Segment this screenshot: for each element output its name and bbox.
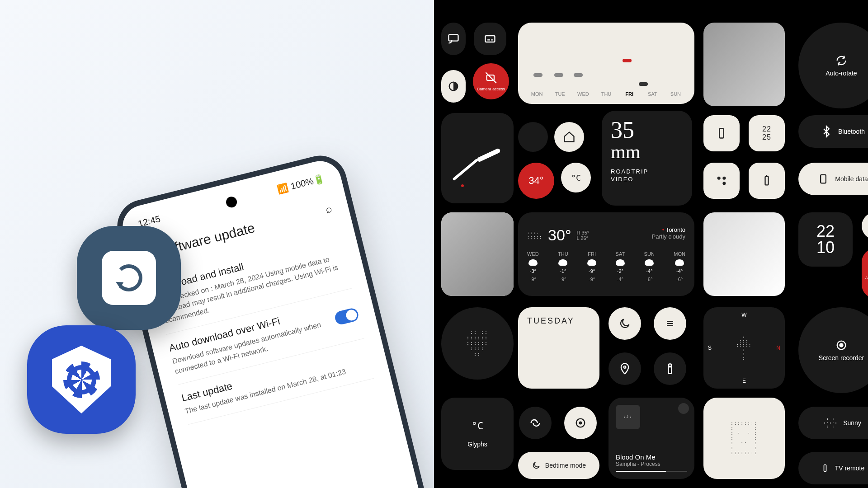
- camera-access-tile[interactable]: Camera access: [473, 63, 509, 99]
- compass-n: N: [776, 345, 780, 351]
- calendar-day-row: MONTUEWEDTHUFRISATSUN: [525, 91, 687, 97]
- temp-value: 34°: [528, 175, 543, 187]
- lens-line1: ROADTRIP: [611, 168, 648, 175]
- svg-rect-24: [824, 465, 826, 472]
- svg-point-19: [670, 366, 670, 367]
- moon-icon: [618, 317, 631, 330]
- loop-tile[interactable]: [519, 407, 552, 439]
- gear-icon: [67, 365, 96, 394]
- clock-minute-hand: [452, 159, 478, 181]
- svg-point-9: [722, 182, 726, 185]
- tile-label: Sunny: [843, 419, 861, 427]
- digital-clock-small[interactable]: 22 25: [749, 115, 785, 151]
- photo-placeholder: [703, 212, 785, 296]
- svg-point-17: [624, 366, 626, 368]
- clock-hours: 22: [762, 125, 771, 133]
- tv-remote-tile[interactable]: TV remote: [798, 452, 868, 484]
- temp-unit-icon: °C: [472, 420, 484, 432]
- battery-tile[interactable]: [749, 163, 785, 199]
- weather-small-tile[interactable]: : ::·:·: : : Sunny: [798, 407, 868, 439]
- bluetooth-tile[interactable]: Bluetooth: [798, 115, 868, 148]
- caption-tile[interactable]: [474, 23, 506, 55]
- digital-clock-large[interactable]: 22 10: [798, 212, 853, 267]
- autorotate-tile[interactable]: Auto-rotate: [798, 23, 868, 108]
- weather-city: Toronto: [666, 226, 685, 233]
- contrast-tile[interactable]: [441, 70, 466, 103]
- heart-icon: :: :::::::::::::: :::: ::: [467, 330, 488, 357]
- temperature-tile[interactable]: 34°: [518, 163, 554, 199]
- dice-tile[interactable]: [703, 163, 740, 199]
- calendar-events: [525, 55, 687, 91]
- svg-rect-7: [719, 129, 723, 138]
- blank-circle[interactable]: [518, 122, 548, 152]
- list-tile[interactable]: [654, 307, 686, 340]
- photo-placeholder: [441, 212, 514, 296]
- forecast-day: MON-4°-6°: [674, 251, 685, 282]
- photo-widget-1[interactable]: [703, 23, 785, 106]
- svg-point-8: [717, 177, 721, 180]
- status-battery: 📶 100%🔋: [276, 173, 326, 195]
- compass-w: W: [741, 312, 746, 318]
- autorotate-red-tile[interactable]: Auto-rotate: [862, 249, 868, 298]
- compass-s: S: [708, 345, 712, 351]
- svg-rect-0: [449, 35, 458, 41]
- record-tile[interactable]: [564, 407, 597, 439]
- weather-now-temp: 30°: [548, 226, 571, 244]
- photo-widget-3[interactable]: [703, 212, 785, 296]
- tile-label: Glyphs: [467, 441, 487, 448]
- camera-off-icon: [485, 71, 497, 84]
- face-widget[interactable]: ::::::::: :: · · :: :: ·· :: :::::::::: [703, 398, 785, 479]
- photo-widget-2[interactable]: [441, 212, 514, 296]
- svg-rect-1: [486, 36, 495, 42]
- list-icon: [664, 317, 676, 330]
- glyph-heart-widget[interactable]: :: :::::::::::::: :::: ::: [441, 307, 514, 380]
- cast-tile[interactable]: [441, 23, 466, 55]
- wifi-auto-toggle[interactable]: [334, 307, 360, 326]
- tile-label: Screen recorder: [819, 354, 864, 361]
- temp-unit-label: °C: [571, 173, 581, 183]
- day-label: TUESDAY: [527, 316, 575, 326]
- search-icon[interactable]: ⌕: [324, 202, 333, 216]
- home-tile[interactable]: [554, 122, 584, 152]
- calendar-day: TUE: [548, 91, 571, 97]
- calendar-widget[interactable]: MONTUEWEDTHUFRISATSUN: [518, 23, 694, 104]
- lens-widget[interactable]: 35 mm ROADTRIP VIDEO: [602, 111, 692, 206]
- compass-widget[interactable]: W E S N : :::::::: : : :: [703, 307, 785, 389]
- face-icon: ::::::::: :: · · :: :: ·· :: :::::::::: [731, 421, 757, 455]
- loop-icon: [529, 417, 542, 429]
- analog-clock-widget[interactable]: [441, 113, 514, 203]
- remote-icon: [664, 362, 676, 375]
- phone-device-tile[interactable]: [703, 115, 740, 151]
- svg-point-21: [840, 344, 843, 347]
- remote-tile[interactable]: [654, 352, 686, 385]
- home-icon: [563, 131, 576, 143]
- dnd-tile[interactable]: [609, 307, 641, 340]
- forecast-day: FRI-9°-9°: [587, 251, 596, 282]
- battery-icon: [760, 174, 773, 187]
- record-icon: [574, 417, 587, 429]
- clock-second-dot: [461, 184, 464, 187]
- sim-icon: [817, 173, 830, 185]
- day-widget[interactable]: TUESDAY: [518, 307, 599, 389]
- dice-icon: [715, 174, 728, 187]
- glyphs-widget[interactable]: °C Glyphs: [441, 398, 514, 470]
- compass-e: E: [742, 378, 746, 384]
- clock-hours: 22: [816, 223, 835, 239]
- track-progress: [616, 471, 666, 472]
- subtitle-icon: [484, 33, 496, 45]
- screen-recorder-tile[interactable]: Screen recorder: [798, 307, 868, 393]
- photo-placeholder: [703, 23, 785, 106]
- temp-unit-tile[interactable]: °C: [561, 163, 591, 192]
- location-tile[interactable]: [609, 352, 641, 385]
- rotate-icon: [835, 54, 848, 67]
- lens-line2: VIDEO: [611, 176, 633, 183]
- bedtime-tile[interactable]: Bedtime mode: [518, 452, 599, 479]
- mobile-data-tile[interactable]: Mobile data: [798, 163, 868, 195]
- music-widget[interactable]: :♪: Blood On Me Sampha - Process: [609, 398, 694, 479]
- weather-widget[interactable]: :::.::::: 30° H 35° L 26° • Toronto Part…: [518, 212, 694, 296]
- rotate-small-tile[interactable]: [862, 212, 868, 239]
- phone-device-icon: [715, 127, 728, 140]
- shield-icon: [52, 346, 111, 413]
- weather-now-icon: :::.:::::: [527, 231, 542, 239]
- bluetooth-icon: [820, 125, 833, 138]
